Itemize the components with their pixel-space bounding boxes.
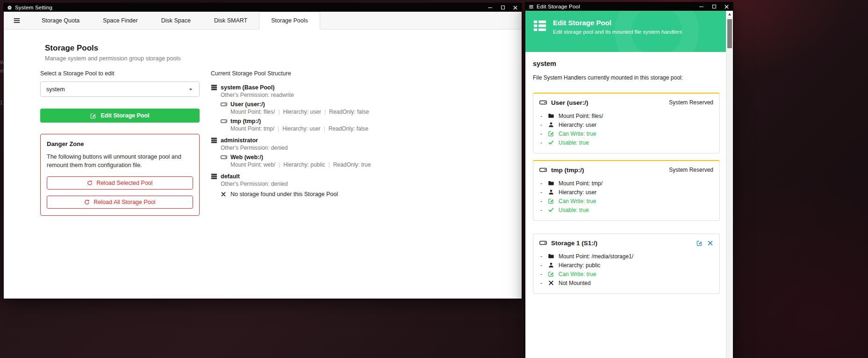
edit-icon — [90, 113, 96, 119]
edit-icon — [548, 198, 554, 204]
editing-pool-name: system — [533, 60, 720, 67]
mounted-fsh-description: File System Handlers currently mounted i… — [533, 74, 720, 81]
folder-icon — [548, 113, 554, 119]
pool-permission: Other's Permission: readwrite — [221, 92, 522, 98]
fsh-property-row: Hierarchy: public — [539, 261, 713, 270]
fsh-details: Mount Point: tmp/Hierarchy: userReadOnly… — [230, 125, 522, 132]
gear-icon — [7, 5, 12, 10]
edit-storage-pool-window: Edit Storage Pool Edit Storage Pool Edit… — [525, 2, 733, 358]
danger-zone-title: Danger Zone — [47, 140, 193, 147]
folder-icon — [548, 180, 554, 186]
hdd-icon — [539, 239, 547, 247]
refresh-icon — [84, 199, 90, 205]
close-button[interactable] — [509, 3, 522, 12]
close-icon — [724, 4, 729, 9]
fsh-property: Mount Point: tmp/ — [559, 180, 603, 187]
fsh-property-row: Can Write: true — [539, 197, 713, 205]
fsh-property: Mount Point: files/ — [559, 113, 603, 119]
separator — [324, 125, 325, 132]
pool-name: system (Base Pool) — [221, 84, 274, 91]
close-button[interactable] — [720, 2, 733, 11]
pool-node-system: system (Base Pool) Other's Permission: r… — [211, 84, 522, 132]
separator — [329, 161, 330, 168]
fsh-detail: Mount Point: web/ — [230, 161, 275, 168]
maximize-button[interactable] — [496, 3, 509, 12]
select-pool-label: Select a Storage Pool to edit — [40, 70, 200, 77]
server-icon — [211, 173, 217, 180]
maximize-icon — [712, 5, 716, 8]
reload-selected-label: Reload Selected Pool — [96, 180, 152, 186]
pool-empty-message: No storage found under this Storage Pool — [221, 191, 522, 197]
fsh-details: Mount Point: web/Hierarchy: publicReadOn… — [230, 161, 522, 168]
banner-title: Edit Storage Pool — [553, 19, 682, 27]
reload-selected-pool-button[interactable]: Reload Selected Pool — [47, 176, 193, 190]
edit-storage-pool-label: Edit Storage Pool — [100, 112, 149, 119]
edit-fsh-button[interactable] — [696, 240, 703, 246]
system-setting-titlebar: System Setting — [4, 3, 522, 12]
tab-storage-quota[interactable]: Storage Quota — [30, 12, 91, 29]
minimize-button[interactable] — [484, 3, 496, 12]
remove-fsh-button[interactable] — [707, 240, 713, 246]
pool-name: default — [221, 173, 240, 180]
fsh-name: User (user:/) — [230, 101, 265, 108]
fsh-detail: Hierarchy: user — [283, 109, 321, 115]
maximize-button[interactable] — [708, 2, 720, 11]
maximize-icon — [501, 6, 505, 9]
edit-pool-content: system File System Handlers currently mo… — [525, 52, 726, 358]
storage-pool-select[interactable]: system — [40, 81, 200, 97]
fsh-detail: ReadOnly: false — [329, 125, 368, 132]
system-reserved-badge: System Reserved — [669, 167, 713, 173]
tab-disk-smart[interactable]: Disk SMART — [202, 12, 259, 29]
fsh-node: User (user:/) Mount Point: files/Hierarc… — [221, 101, 522, 115]
fsh-property-row: Mount Point: files/ — [539, 111, 713, 120]
list-icon — [533, 19, 547, 33]
tab-disk-space[interactable]: Disk Space — [150, 12, 202, 29]
minimize-button[interactable] — [695, 2, 708, 11]
desktop-background: W xt 1. System Setting Storage Quota Spa… — [0, 0, 868, 358]
refresh-icon — [87, 180, 93, 186]
hdd-icon — [539, 166, 547, 174]
pool-permission: Other's Permission: denied — [221, 181, 522, 187]
storage-pools-page: Storage Pools Manage system and permissi… — [4, 29, 522, 299]
fsh-card-title: User (user:/) — [551, 99, 588, 106]
hdd-icon — [539, 99, 547, 106]
pool-node-default: default Other's Permission: denied No st… — [211, 173, 522, 197]
close-icon — [513, 5, 518, 10]
tab-menu-button[interactable] — [4, 12, 30, 29]
selected-pool-value: system — [46, 86, 65, 93]
fsh-property: Hierarchy: user — [559, 189, 596, 196]
scrollbar-thumb[interactable] — [727, 19, 732, 48]
minimize-icon — [488, 7, 492, 8]
edit-pool-banner: Edit Storage Pool Edit storage pool and … — [525, 11, 726, 52]
pool-name: administrator — [221, 137, 258, 144]
danger-zone-description: The following buttons will unmount stora… — [47, 153, 193, 169]
window-title: Edit Storage Pool — [537, 4, 580, 9]
fsh-property: Usable: true — [559, 207, 589, 213]
scrollbar[interactable] — [726, 11, 733, 358]
scroll-up-button[interactable] — [726, 11, 733, 18]
folder-icon — [548, 253, 554, 259]
fsh-property-row: Mount Point: /media/storage1/ — [539, 252, 713, 261]
fsh-property: Mount Point: /media/storage1/ — [559, 253, 633, 260]
fsh-node: tmp (tmp:/) Mount Point: tmp/Hierarchy: … — [221, 118, 522, 132]
settings-tabbar: Storage Quota Space Finder Disk Space Di… — [4, 12, 522, 29]
fsh-property-row: Not Mounted — [539, 278, 713, 287]
edit-storage-pool-button[interactable]: Edit Storage Pool — [40, 109, 200, 123]
edit-storage-pool-titlebar: Edit Storage Pool — [525, 2, 733, 11]
empty-text: No storage found under this Storage Pool — [230, 191, 338, 197]
user-icon — [548, 189, 554, 195]
fsh-property: Can Write: true — [559, 131, 596, 137]
desktop-text-fragment: xt — [0, 68, 4, 73]
fsh-property-row: Can Write: true — [539, 270, 713, 278]
fsh-property-row: Usable: true — [539, 205, 713, 214]
caret-down-icon — [188, 87, 194, 92]
arrow-up-icon — [728, 13, 731, 15]
storage-pool-structure-tree: system (Base Pool) Other's Permission: r… — [211, 84, 522, 197]
tab-storage-pools[interactable]: Storage Pools — [259, 12, 320, 29]
fsh-property-row: Hierarchy: user — [539, 188, 713, 197]
fsh-card-title: tmp (tmp:/) — [551, 167, 584, 174]
fsh-name: Web (web:/) — [230, 154, 263, 161]
pool-node-administrator: administrator Other's Permission: denied… — [211, 137, 522, 168]
reload-all-pool-button[interactable]: Reload All Storage Pool — [47, 196, 193, 209]
tab-space-finder[interactable]: Space Finder — [91, 12, 149, 29]
